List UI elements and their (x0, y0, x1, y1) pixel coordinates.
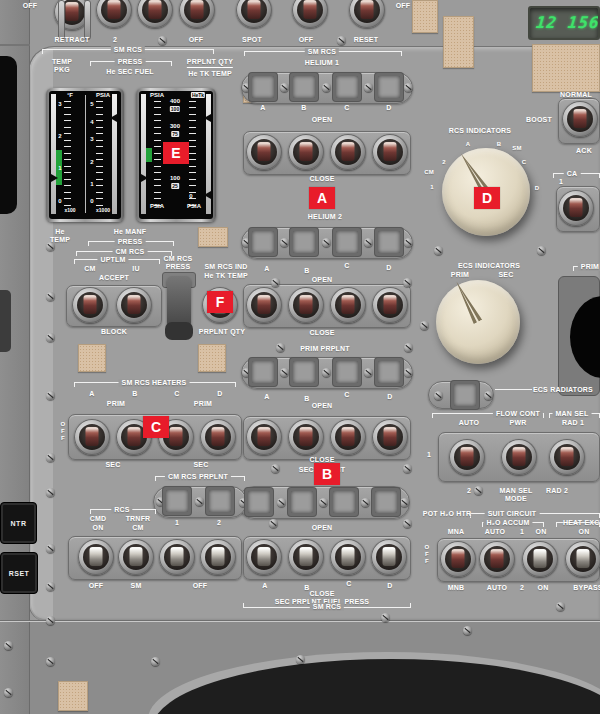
toggle-switch[interactable] (522, 541, 558, 577)
label-helium2-b: B (304, 267, 309, 275)
toggle-switch[interactable] (372, 134, 408, 170)
ecs-indicators-knob[interactable] (436, 280, 520, 364)
label-pot-1: 1 (520, 528, 524, 536)
toggle-switch[interactable] (288, 539, 324, 575)
label-rcs-ind-d: D (535, 185, 540, 192)
entr-button[interactable]: NTR (0, 502, 37, 544)
screw (195, 497, 204, 506)
toggle-switch[interactable] (558, 190, 594, 226)
toggle-switch[interactable] (200, 419, 236, 455)
screw (364, 368, 373, 377)
toggle-switch[interactable] (246, 134, 282, 170)
label-off-mid: OFF (189, 36, 204, 44)
switch-guard-rail (84, 0, 91, 40)
label-sm-rcs-bracket: SM RCS (111, 46, 145, 54)
annotation-marker-a[interactable]: A (309, 187, 335, 209)
toggle-switch[interactable] (179, 0, 215, 28)
screw (46, 657, 55, 666)
label-rcs-sm: SM (131, 582, 142, 590)
multiplier: x1000 (96, 207, 110, 213)
annotation-marker-f[interactable]: F (207, 291, 233, 313)
toggle-switch[interactable] (372, 419, 408, 455)
screw (319, 498, 328, 507)
toggle-switch[interactable] (330, 287, 366, 323)
toggle-switch[interactable] (449, 439, 485, 475)
talkback-indicator (163, 487, 191, 515)
label-rcs-ind-b: B (497, 141, 502, 148)
cm-rcs-press-handle[interactable] (167, 276, 191, 328)
label-he-tk-temp: He TK TEMP (188, 70, 232, 78)
label-prim-prplnt-title: PRIM PRPLNT (300, 345, 350, 353)
toggle-switch[interactable] (72, 287, 108, 323)
label-sec-prplnt-open: OPEN (312, 524, 333, 532)
toggle-switch[interactable] (118, 539, 154, 575)
label-press: PRESS (115, 58, 146, 66)
talkback-indicator (290, 228, 318, 256)
label-ca: CA (564, 170, 581, 178)
toggle-switch[interactable] (501, 439, 537, 475)
label-heaters-d: D (217, 390, 222, 398)
screw (271, 464, 280, 473)
toggle-switch[interactable] (159, 539, 195, 575)
toggle-switch[interactable] (288, 134, 324, 170)
label-off-top: OFF (396, 2, 411, 10)
label-cm-rcs-prplnt-1: 1 (175, 519, 179, 527)
talkback-indicator (245, 488, 273, 516)
toggle-switch[interactable] (246, 419, 282, 455)
label-uptlm-cm: CM (84, 265, 95, 273)
toggle-switch[interactable] (440, 541, 476, 577)
label-suit-circuit: SUIT CIRCUIT (485, 510, 540, 518)
label-prim-prplnt-a: A (264, 393, 269, 401)
toggle-switch[interactable] (330, 134, 366, 170)
g-pointer (204, 114, 211, 122)
label-rcs-off1: OFF (89, 582, 104, 590)
left-recess (0, 290, 11, 352)
toggle-switch[interactable] (116, 287, 152, 323)
annotation-marker-c[interactable]: C (143, 416, 169, 438)
toggle-switch[interactable] (96, 0, 132, 28)
talkback-indicator (288, 488, 316, 516)
toggle-switch[interactable] (246, 287, 282, 323)
toggle-switch[interactable] (236, 0, 272, 28)
talkback-indicator (249, 358, 277, 386)
label-heaters-b: B (132, 390, 137, 398)
seam-line (0, 44, 30, 46)
label-two: 2 (113, 36, 117, 44)
toggle-switch[interactable] (549, 439, 585, 475)
label-sec-prplnt-a: A (262, 582, 267, 590)
toggle-switch[interactable] (78, 539, 114, 575)
screw (337, 36, 346, 45)
tick-num: 1 (90, 181, 93, 187)
toggle-switch[interactable] (200, 539, 236, 575)
label-sec-prplnt-close: CLOSE (309, 590, 334, 598)
toggle-switch[interactable] (288, 419, 324, 455)
toggle-switch[interactable] (349, 0, 385, 28)
toggle-switch[interactable] (565, 541, 600, 577)
cm-rcs-press-handle-grip[interactable] (165, 322, 193, 340)
screw (269, 519, 278, 528)
toggle-switch[interactable] (330, 419, 366, 455)
toggle-switch[interactable] (246, 539, 282, 575)
label-retract: RETRACT (55, 36, 90, 44)
toggle-switch[interactable] (292, 0, 328, 28)
label-flow-cont: FLOW CONT (493, 410, 543, 418)
toggle-switch[interactable] (330, 539, 366, 575)
label-prim-prplnt-d: D (387, 393, 392, 401)
label-bypass: BYPASS (573, 584, 600, 592)
toggle-switch[interactable] (137, 0, 173, 28)
rset-button[interactable]: RSET (0, 552, 38, 594)
annotation-marker-d[interactable]: D (474, 187, 500, 209)
toggle-switch[interactable] (288, 287, 324, 323)
annotation-marker-e[interactable]: E (163, 142, 189, 164)
label-heat-exch: HEAT EXCH (563, 519, 600, 527)
annotation-marker-b[interactable]: B (314, 463, 340, 485)
tick-num: 400 (170, 98, 180, 104)
toggle-switch[interactable] (74, 419, 110, 455)
toggle-switch[interactable] (479, 541, 515, 577)
label-heaters-sec2: SEC (194, 461, 209, 469)
toggle-switch[interactable] (371, 539, 407, 575)
toggle-switch[interactable] (372, 287, 408, 323)
label-cm-rcs-press: CM RCS PRESS (164, 255, 193, 271)
toggle-switch[interactable] (562, 101, 598, 137)
boxed-num: 100 (170, 106, 180, 112)
